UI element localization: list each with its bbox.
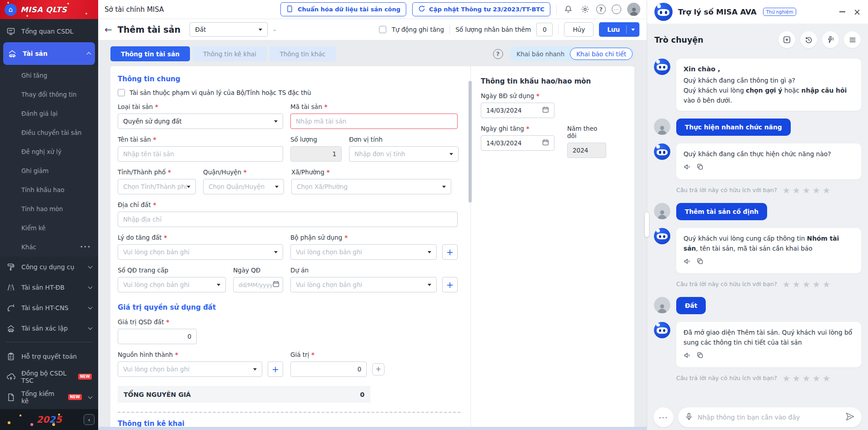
sidebar-item-ho-tro-quyet-toan[interactable]: Hỗ trợ quyết toán (0, 346, 98, 366)
calendar-icon[interactable] (273, 281, 279, 289)
gear-icon[interactable] (579, 4, 590, 15)
speaker-icon[interactable] (683, 257, 691, 268)
sidebar-subitem-kiem-ke[interactable]: Kiểm kê (0, 218, 98, 237)
tab-thong-tin-ke-khai[interactable]: Thông tin kê khai (193, 46, 267, 61)
sidebar-item-cong-cu-dung-cu[interactable]: Công cụ dụng cụ (0, 257, 98, 277)
decision-date-input[interactable]: dd/MM/yyyy (233, 277, 283, 292)
help-icon[interactable]: ? (596, 5, 606, 14)
sidebar-subitem-de-nghi-xu-ly[interactable]: Đề nghị xử lý (0, 142, 98, 161)
sidebar-subitem-tinh-khau-hao[interactable]: Tính khấu hao (0, 180, 98, 199)
chevron-down-icon (449, 153, 453, 155)
mic-icon[interactable] (685, 412, 693, 422)
funding-source-select[interactable]: Vui lòng chọn bản ghi (118, 361, 262, 377)
asset-type-select[interactable]: Đất (190, 22, 268, 37)
start-use-date-input[interactable]: 14/03/2024 (481, 103, 554, 118)
sidebar-collapse-button[interactable]: ‹ (84, 414, 95, 425)
sidebar-subitem-tinh-hao-mon[interactable]: Tính hao mòn (0, 199, 98, 218)
close-icon[interactable]: × (853, 8, 861, 16)
horizontal-scrollbar[interactable] (98, 427, 647, 430)
calendar-icon[interactable] (542, 106, 549, 114)
province-select[interactable]: Chọn Tỉnh/Thành phố (118, 179, 196, 194)
add-funding-source-button[interactable]: + (268, 361, 283, 377)
user-avatar (654, 203, 670, 219)
sidebar-item-tai-san-ht-db[interactable]: Tài sản HT-ĐB (0, 277, 98, 297)
sidebar-subitem-ghi-giam[interactable]: Ghi giảm (0, 161, 98, 180)
record-date-input[interactable]: 14/03/2024 (481, 135, 554, 151)
sidebar-item-tai-san-xac-lap[interactable]: Tài sản xác lập (0, 318, 98, 338)
prompt-list-icon[interactable] (822, 31, 839, 48)
sidebar-subitem-ghi-tang[interactable]: Ghi tăng (0, 66, 98, 85)
add-department-button[interactable]: + (442, 244, 458, 260)
sidebar-item-tong-quan-csdl[interactable]: Tổng quan CSDL (0, 21, 98, 41)
speaker-icon[interactable] (683, 163, 691, 173)
copy-icon[interactable] (696, 351, 704, 362)
asset-name-input[interactable]: Nhập tên tài sản (118, 146, 283, 162)
decision-number-select[interactable]: Vui lòng chọn bản ghi (118, 277, 226, 292)
save-button[interactable]: Lưu (599, 22, 639, 37)
update-circular-button[interactable]: Cập nhật Thông tư 23/2023/TT-BTC (412, 2, 550, 16)
tracking-year-input[interactable]: 2024 (567, 143, 606, 158)
district-select[interactable]: Chọn Quận/Huyện (203, 179, 284, 194)
avatar[interactable] (627, 3, 640, 16)
new-chat-icon[interactable] (778, 31, 795, 48)
using-department-select[interactable]: Vui lòng chọn bản ghi (290, 244, 437, 260)
sidebar-subitem-khac[interactable]: Khác••• (0, 237, 98, 257)
more-dots-icon[interactable]: ••• (80, 244, 91, 250)
quick-declare-option[interactable]: Khai báo nhanh (517, 50, 565, 58)
sidebar-subitem-dieu-chuyen-tai-san[interactable]: Điều chuyển tài sản (0, 123, 98, 142)
quantity-input[interactable]: 1 (290, 146, 342, 162)
history-icon[interactable] (800, 31, 817, 48)
form-help-icon[interactable]: ? (493, 49, 503, 59)
back-arrow-icon[interactable]: ← (105, 24, 112, 35)
user-pill-add-asset[interactable]: Thêm tài sản cố định (676, 203, 767, 220)
auto-record-checkbox[interactable] (379, 26, 386, 33)
user-pill-quick-action[interactable]: Thực hiện nhanh chức năng (676, 119, 791, 136)
sidebar-item-dong-bo-csdl-tsc[interactable]: Đồng bộ CSDL TSC NEW (0, 366, 98, 387)
star-rating[interactable]: ★★★★★ (783, 279, 833, 289)
star-rating[interactable]: ★★★★★ (783, 373, 833, 383)
cloud-sync-icon (6, 372, 15, 381)
sidebar-subitem-danh-gia-lai[interactable]: Đánh giá lại (0, 104, 98, 123)
bell-icon[interactable] (563, 4, 574, 15)
more-icon[interactable]: ... (612, 5, 621, 14)
add-project-button[interactable]: + (442, 277, 458, 292)
project-select[interactable]: Vui lòng chọn bản ghi (290, 277, 437, 292)
calendar-icon[interactable] (542, 139, 549, 147)
unit-select[interactable]: Nhập đơn vị tính (349, 146, 459, 162)
ward-select[interactable]: Chọn Xã/Phường (291, 179, 451, 194)
sidebar-item-tong-kiem-ke[interactable]: Tổng kiểm kê NEW (0, 387, 98, 407)
tab-thong-tin-tai-san[interactable]: Thông tin tài sản (110, 46, 190, 61)
clone-count-input[interactable]: 0 (536, 23, 553, 36)
minimize-icon[interactable] (839, 11, 845, 12)
increase-reason-select[interactable]: Vui lòng chọn bản ghi (118, 244, 283, 260)
speaker-icon[interactable] (683, 351, 691, 362)
detail-declare-option[interactable]: Khai báo chi tiết (570, 48, 633, 60)
copy-icon[interactable] (696, 257, 704, 268)
land-address-input[interactable]: Nhập địa chỉ (118, 212, 458, 227)
user-pill-land[interactable]: Đất (676, 297, 706, 314)
rating-question: Câu trả lời này có hữu ích với bạn? (676, 281, 777, 287)
chat-message-input[interactable]: Nhập thông tin bạn cần vào đây (678, 407, 862, 427)
sidebar-subitem-thay-doi-thong-tin[interactable]: Thay đổi thông tin (0, 85, 98, 104)
land-value-input[interactable]: 0 (118, 329, 197, 344)
send-icon[interactable] (845, 412, 855, 423)
sidebar-item-tai-san-ht-cns[interactable]: Tài sản HT-CNS (0, 297, 98, 318)
add-funding-row-button[interactable]: + (372, 363, 384, 376)
copy-icon[interactable] (696, 163, 704, 173)
scope-checkbox[interactable] (118, 89, 125, 96)
menu-icon[interactable] (844, 31, 861, 48)
sidebar-item-tai-san[interactable]: Tài sản (3, 42, 95, 65)
app-logo[interactable]: ⌂ MISA QLTS (0, 0, 98, 19)
panel-resize-handle[interactable] (645, 213, 649, 237)
chat-more-button[interactable]: ... (653, 407, 673, 427)
funding-value-input[interactable]: 0 (290, 361, 367, 377)
tab-thong-tin-khac[interactable]: Thông tin khác (269, 46, 336, 61)
field-label: Nguồn hình thành (118, 351, 283, 358)
form-scrollbar[interactable] (469, 81, 472, 203)
asset-category-select[interactable]: Quyền sử dụng đất (118, 114, 283, 129)
star-rating[interactable]: ★★★★★ (783, 185, 833, 195)
field-label: Số QĐ trang cấp (118, 267, 226, 274)
asset-code-input[interactable]: Nhập mã tài sản (290, 114, 458, 129)
cancel-button[interactable]: Hủy (564, 22, 594, 37)
standardize-data-button[interactable]: Chuẩn hóa dữ liệu tài sản công (280, 2, 406, 16)
